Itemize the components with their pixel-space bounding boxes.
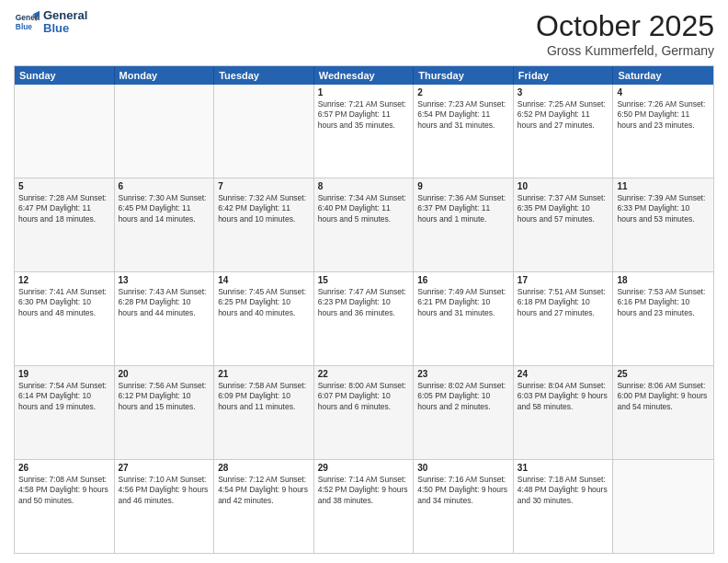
daylight-hours: Sunrise: 7:41 AM Sunset: 6:30 PM Dayligh… — [18, 287, 110, 318]
daylight-hours: Sunrise: 8:02 AM Sunset: 6:05 PM Dayligh… — [417, 381, 509, 412]
calendar-cell-1-1: 6Sunrise: 7:30 AM Sunset: 6:45 PM Daylig… — [115, 178, 215, 271]
day-number: 29 — [318, 463, 410, 473]
calendar-cell-0-0 — [15, 85, 115, 178]
day-number: 18 — [617, 275, 710, 285]
day-number: 19 — [18, 369, 110, 379]
calendar-cell-0-5: 3Sunrise: 7:25 AM Sunset: 6:52 PM Daylig… — [514, 85, 614, 178]
calendar-cell-2-5: 17Sunrise: 7:51 AM Sunset: 6:18 PM Dayli… — [514, 272, 614, 365]
location: Gross Kummerfeld, Germany — [536, 43, 714, 58]
daylight-hours: Sunrise: 8:04 AM Sunset: 6:03 PM Dayligh… — [518, 381, 609, 412]
daylight-hours: Sunrise: 8:06 AM Sunset: 6:00 PM Dayligh… — [617, 381, 710, 412]
calendar-cell-4-5: 31Sunrise: 7:18 AM Sunset: 4:48 PM Dayli… — [514, 460, 614, 553]
calendar-cell-1-4: 9Sunrise: 7:36 AM Sunset: 6:37 PM Daylig… — [414, 178, 514, 271]
page: General Blue General Blue October 2025 G… — [0, 0, 728, 563]
day-number: 30 — [417, 463, 509, 473]
calendar-row-0: 1Sunrise: 7:21 AM Sunset: 6:57 PM Daylig… — [15, 85, 713, 178]
calendar-cell-2-3: 15Sunrise: 7:47 AM Sunset: 6:23 PM Dayli… — [314, 272, 415, 365]
day-number: 9 — [417, 181, 509, 191]
day-number: 7 — [218, 181, 310, 191]
calendar-cell-4-6 — [613, 460, 713, 553]
daylight-hours: Sunrise: 7:53 AM Sunset: 6:16 PM Dayligh… — [617, 287, 710, 318]
day-number: 4 — [617, 87, 710, 98]
daylight-hours: Sunrise: 8:00 AM Sunset: 6:07 PM Dayligh… — [318, 381, 410, 412]
day-number: 5 — [18, 181, 110, 191]
day-number: 21 — [218, 369, 310, 379]
calendar-cell-0-2 — [214, 85, 314, 178]
logo-icon: General Blue — [14, 9, 40, 35]
day-number: 24 — [518, 369, 609, 379]
header: General Blue General Blue October 2025 G… — [14, 9, 714, 58]
title-block: October 2025 Gross Kummerfeld, Germany — [536, 9, 714, 58]
calendar-cell-0-4: 2Sunrise: 7:23 AM Sunset: 6:54 PM Daylig… — [414, 85, 514, 178]
calendar-cell-4-2: 28Sunrise: 7:12 AM Sunset: 4:54 PM Dayli… — [214, 460, 314, 553]
logo-blue: Blue — [43, 22, 87, 35]
calendar-cell-3-6: 25Sunrise: 8:06 AM Sunset: 6:00 PM Dayli… — [613, 366, 713, 459]
daylight-hours: Sunrise: 7:25 AM Sunset: 6:52 PM Dayligh… — [518, 99, 609, 131]
daylight-hours: Sunrise: 7:23 AM Sunset: 6:54 PM Dayligh… — [417, 99, 509, 131]
header-tuesday: Tuesday — [214, 66, 314, 85]
month-title: October 2025 — [536, 9, 714, 43]
day-number: 2 — [417, 87, 509, 98]
daylight-hours: Sunrise: 7:39 AM Sunset: 6:33 PM Dayligh… — [617, 193, 710, 224]
header-thursday: Thursday — [414, 66, 514, 85]
day-number: 1 — [318, 87, 410, 98]
calendar-header: Sunday Monday Tuesday Wednesday Thursday… — [15, 66, 713, 85]
calendar-row-4: 26Sunrise: 7:08 AM Sunset: 4:58 PM Dayli… — [15, 460, 713, 553]
daylight-hours: Sunrise: 7:21 AM Sunset: 6:57 PM Dayligh… — [318, 99, 410, 131]
day-number: 27 — [119, 463, 210, 473]
calendar-cell-0-6: 4Sunrise: 7:26 AM Sunset: 6:50 PM Daylig… — [613, 85, 713, 178]
daylight-hours: Sunrise: 7:56 AM Sunset: 6:12 PM Dayligh… — [119, 381, 210, 412]
calendar-cell-3-1: 20Sunrise: 7:56 AM Sunset: 6:12 PM Dayli… — [115, 366, 215, 459]
daylight-hours: Sunrise: 7:36 AM Sunset: 6:37 PM Dayligh… — [417, 193, 509, 224]
daylight-hours: Sunrise: 7:08 AM Sunset: 4:58 PM Dayligh… — [18, 475, 110, 506]
daylight-hours: Sunrise: 7:45 AM Sunset: 6:25 PM Dayligh… — [218, 287, 310, 318]
calendar-cell-2-6: 18Sunrise: 7:53 AM Sunset: 6:16 PM Dayli… — [613, 272, 713, 365]
day-number: 17 — [518, 275, 609, 285]
daylight-hours: Sunrise: 7:30 AM Sunset: 6:45 PM Dayligh… — [119, 193, 210, 224]
calendar-cell-1-2: 7Sunrise: 7:32 AM Sunset: 6:42 PM Daylig… — [214, 178, 314, 271]
calendar-cell-3-2: 21Sunrise: 7:58 AM Sunset: 6:09 PM Dayli… — [214, 366, 314, 459]
daylight-hours: Sunrise: 7:32 AM Sunset: 6:42 PM Dayligh… — [218, 193, 310, 224]
daylight-hours: Sunrise: 7:58 AM Sunset: 6:09 PM Dayligh… — [218, 381, 310, 412]
calendar-cell-4-4: 30Sunrise: 7:16 AM Sunset: 4:50 PM Dayli… — [414, 460, 514, 553]
calendar-row-1: 5Sunrise: 7:28 AM Sunset: 6:47 PM Daylig… — [15, 178, 713, 272]
calendar-cell-3-3: 22Sunrise: 8:00 AM Sunset: 6:07 PM Dayli… — [314, 366, 415, 459]
day-number: 10 — [518, 181, 609, 191]
day-number: 20 — [119, 369, 210, 379]
calendar-cell-0-1 — [115, 85, 215, 178]
daylight-hours: Sunrise: 7:54 AM Sunset: 6:14 PM Dayligh… — [18, 381, 110, 412]
calendar-cell-2-1: 13Sunrise: 7:43 AM Sunset: 6:28 PM Dayli… — [115, 272, 215, 365]
day-number: 22 — [318, 369, 410, 379]
calendar-cell-1-5: 10Sunrise: 7:37 AM Sunset: 6:35 PM Dayli… — [514, 178, 614, 271]
header-friday: Friday — [514, 66, 614, 85]
calendar-cell-0-3: 1Sunrise: 7:21 AM Sunset: 6:57 PM Daylig… — [314, 85, 415, 178]
daylight-hours: Sunrise: 7:49 AM Sunset: 6:21 PM Dayligh… — [417, 287, 509, 318]
logo: General Blue General Blue — [14, 9, 87, 36]
day-number: 14 — [218, 275, 310, 285]
calendar: Sunday Monday Tuesday Wednesday Thursday… — [14, 65, 714, 554]
daylight-hours: Sunrise: 7:28 AM Sunset: 6:47 PM Dayligh… — [18, 193, 110, 224]
daylight-hours: Sunrise: 7:16 AM Sunset: 4:50 PM Dayligh… — [417, 475, 509, 506]
daylight-hours: Sunrise: 7:10 AM Sunset: 4:56 PM Dayligh… — [119, 475, 210, 506]
day-number: 28 — [218, 463, 310, 473]
calendar-body: 1Sunrise: 7:21 AM Sunset: 6:57 PM Daylig… — [15, 85, 713, 553]
day-number: 15 — [318, 275, 410, 285]
calendar-row-2: 12Sunrise: 7:41 AM Sunset: 6:30 PM Dayli… — [15, 272, 713, 366]
header-wednesday: Wednesday — [314, 66, 415, 85]
logo-general: General — [43, 9, 87, 22]
calendar-cell-3-5: 24Sunrise: 8:04 AM Sunset: 6:03 PM Dayli… — [514, 366, 614, 459]
calendar-cell-1-0: 5Sunrise: 7:28 AM Sunset: 6:47 PM Daylig… — [15, 178, 115, 271]
calendar-cell-4-1: 27Sunrise: 7:10 AM Sunset: 4:56 PM Dayli… — [115, 460, 215, 553]
header-saturday: Saturday — [613, 66, 713, 85]
day-number: 16 — [417, 275, 509, 285]
daylight-hours: Sunrise: 7:51 AM Sunset: 6:18 PM Dayligh… — [518, 287, 609, 318]
calendar-cell-4-3: 29Sunrise: 7:14 AM Sunset: 4:52 PM Dayli… — [314, 460, 415, 553]
daylight-hours: Sunrise: 7:14 AM Sunset: 4:52 PM Dayligh… — [318, 475, 410, 506]
calendar-cell-1-6: 11Sunrise: 7:39 AM Sunset: 6:33 PM Dayli… — [613, 178, 713, 271]
day-number: 13 — [119, 275, 210, 285]
svg-text:Blue: Blue — [16, 23, 32, 32]
day-number: 26 — [18, 463, 110, 473]
daylight-hours: Sunrise: 7:34 AM Sunset: 6:40 PM Dayligh… — [318, 193, 410, 224]
header-sunday: Sunday — [15, 66, 115, 85]
day-number: 11 — [617, 181, 710, 191]
